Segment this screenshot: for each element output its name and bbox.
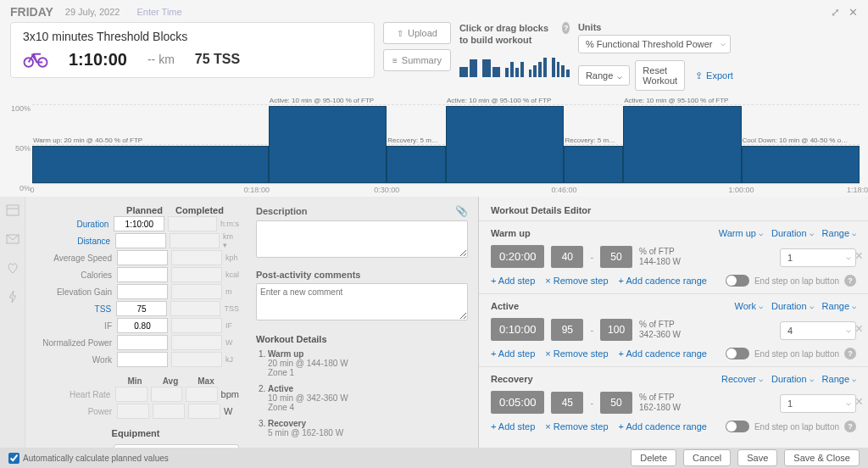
segment-hi-input[interactable]: 50 [600,246,632,268]
editor-title: Workout Details Editor [479,197,868,220]
cancel-button[interactable]: Cancel [683,449,731,466]
calendar-icon[interactable] [6,203,19,217]
stat-planned-input[interactable] [117,318,168,333]
date-label: 29 July, 2022 [65,7,120,17]
stat-planned-input[interactable] [115,233,166,248]
end-on-lap-label: End step on lap button [754,422,839,432]
chart-block[interactable]: Recovery: 5 m… [564,146,623,183]
chart-block[interactable]: Recovery: 5 m… [387,146,446,183]
segment-type-dd[interactable]: Warm up ⌵ [719,228,763,238]
equipment-title: Equipment [32,428,239,438]
export-link[interactable]: ⇪Export [695,70,733,81]
chart-block[interactable]: Active: 10 min @ 95-100 % of FTP [623,106,741,183]
remove-step-link[interactable]: × Remove step [545,276,608,286]
expand-icon[interactable]: ⤢ [831,6,840,19]
svg-rect-2 [7,205,19,215]
segment-time-input[interactable]: 0:05:00 [491,391,544,414]
add-cadence-link[interactable]: + Add cadence range [619,421,707,432]
mini-stat-label: Heart Rate [32,390,115,399]
stat-label[interactable]: Distance [32,237,115,246]
stat-unit: IF [225,321,232,330]
add-cadence-link[interactable]: + Add cadence range [619,276,707,286]
enter-time-link[interactable]: Enter Time [136,7,181,17]
planned-header: Planned [117,205,172,215]
segment-close-icon[interactable]: × [855,394,863,410]
segment-hi-input[interactable]: 100 [600,319,632,341]
workout-name[interactable]: 3x10 minutes Threshold Blocks [23,30,362,43]
segment-lo-input[interactable]: 95 [551,319,583,341]
segment-reps-select[interactable]: 1 [780,394,856,413]
stat-label[interactable]: Duration [32,220,114,229]
segment-reps-select[interactable]: 1 [780,248,856,267]
range-button[interactable]: Range⌵ [578,65,630,86]
bolt-icon[interactable] [6,290,19,304]
segment-reps-select[interactable]: 4 [780,321,856,340]
summary-button[interactable]: ≡Summary [383,49,451,71]
save-close-button[interactable]: Save & Close [784,449,860,466]
reset-workout-button[interactable]: Reset Workout [635,60,685,91]
add-step-link[interactable]: + Add step [491,421,535,432]
help-icon[interactable]: ? [844,348,856,359]
post-activity-textarea[interactable] [256,283,468,320]
block-palette[interactable] [459,52,570,77]
chart-block[interactable]: Active: 10 min @ 95-100 % of FTP [446,106,564,183]
segment-lo-input[interactable]: 40 [551,246,583,268]
add-step-link[interactable]: + Add step [491,276,535,286]
segment-close-icon[interactable]: × [855,248,863,264]
save-button[interactable]: Save [737,449,777,466]
end-on-lap-toggle[interactable] [726,421,749,432]
close-icon[interactable]: ✕ [849,6,858,19]
remove-step-link[interactable]: × Remove step [545,348,608,359]
end-on-lap-toggle[interactable] [726,275,749,287]
segment-range-dd[interactable]: Range ⌵ [822,374,856,384]
stat-planned-input[interactable] [117,284,168,299]
mail-icon[interactable] [6,232,19,246]
stat-completed-box [170,233,220,248]
end-on-lap-toggle[interactable] [726,348,749,359]
heart-icon[interactable] [6,261,19,275]
segment-time-input[interactable]: 0:10:00 [491,318,544,341]
help-icon[interactable]: ? [844,275,856,287]
segment-time-input[interactable]: 0:20:00 [491,245,544,268]
chart-block[interactable]: Cool Down: 10 min @ 40-50 % o… [742,146,860,183]
help-icon[interactable]: ? [562,22,569,34]
add-cadence-link[interactable]: + Add cadence range [619,348,707,359]
remove-step-link[interactable]: × Remove step [545,421,608,432]
ftp-label: % of FTP [639,393,681,403]
segment-lo-input[interactable]: 45 [551,392,583,414]
delete-button[interactable]: Delete [631,449,676,466]
segment-duration-dd[interactable]: Duration ⌵ [771,301,814,311]
segment-duration-dd[interactable]: Duration ⌵ [771,374,814,384]
stat-label: Average Speed [32,254,117,263]
attachment-icon[interactable]: 📎 [455,205,468,217]
end-on-lap-label: End step on lap button [754,349,839,359]
segment-range-dd[interactable]: Range ⌵ [822,301,856,311]
segment-name: Recovery [491,374,533,384]
help-icon[interactable]: ? [844,421,856,432]
export-icon: ⇪ [695,70,703,81]
segment-range-dd[interactable]: Range ⌵ [822,228,856,238]
stat-planned-input[interactable] [117,267,168,282]
stat-planned-input[interactable] [117,250,168,265]
segment-duration-dd[interactable]: Duration ⌵ [771,228,814,238]
stat-planned-input[interactable] [117,335,168,350]
segment-hi-input[interactable]: 50 [600,392,632,414]
chart-block[interactable]: Active: 10 min @ 95-100 % of FTP [269,106,387,183]
stat-planned-input[interactable] [116,301,167,316]
description-textarea[interactable] [256,220,468,258]
stat-unit: kph [225,254,238,262]
segment-type-dd[interactable]: Work ⌵ [735,301,763,311]
workout-chart[interactable]: 100%50%0% Warm up: 20 min @ 40-50 % of F… [0,96,868,198]
stat-planned-input[interactable] [114,216,164,231]
segment-type-dd[interactable]: Recover ⌵ [721,374,763,384]
add-step-link[interactable]: + Add step [491,348,535,359]
units-select[interactable]: % Functional Threshold Power [578,35,731,53]
stat-completed-box [171,318,222,333]
stat-planned-input[interactable] [117,352,168,367]
segment-close-icon[interactable]: × [855,321,863,337]
details-pane: Description📎 Post-activity comments Work… [246,197,478,448]
upload-button[interactable]: ⇧Upload [383,22,451,44]
chart-block[interactable]: Warm up: 20 min @ 40-50 % of FTP [32,146,269,183]
stat-label[interactable]: TSS [32,304,116,314]
auto-calc-checkbox[interactable]: Automatically calculate planned values [8,453,169,464]
